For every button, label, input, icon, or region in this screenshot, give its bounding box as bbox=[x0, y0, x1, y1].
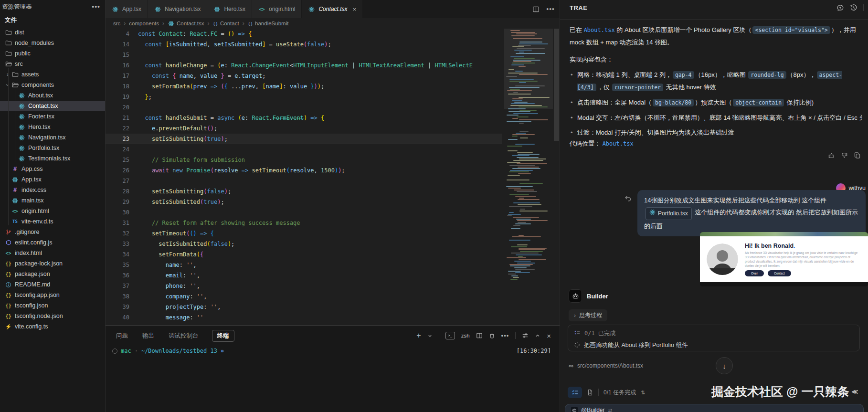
tree-item-origin-html[interactable]: <>origin.html bbox=[0, 206, 105, 216]
file-link[interactable]: About.tsx bbox=[584, 27, 615, 33]
tree-item-contact-tsx[interactable]: Contact.tsx bbox=[0, 101, 105, 111]
tree-item-portfolio-tsx[interactable]: Portfolio.tsx bbox=[0, 143, 105, 153]
tree-item-readme-md[interactable]: README.md bbox=[0, 279, 105, 290]
code-line-28[interactable]: 28 setIsSubmitting(false); bbox=[106, 186, 502, 197]
tab-navigation-tsx[interactable]: Navigation.tsx bbox=[148, 0, 207, 18]
split-editor-icon[interactable] bbox=[532, 6, 540, 13]
tree-item-hero-tsx[interactable]: Hero.tsx bbox=[0, 122, 105, 132]
code-location-link[interactable]: About.tsx bbox=[603, 140, 634, 147]
new-chat-icon[interactable] bbox=[836, 4, 844, 11]
file-chip[interactable]: Portfolio.tsx bbox=[646, 207, 692, 220]
new-file-icon[interactable] bbox=[587, 389, 593, 396]
chevron-down-icon[interactable] bbox=[427, 333, 433, 338]
code-line-4[interactable]: 4const Contact: React.FC = () => { bbox=[106, 29, 502, 39]
code-line-32[interactable]: 32 setTimeout(() => { bbox=[106, 228, 502, 239]
code-line-26[interactable]: 26 await new Promise(resolve => setTimeo… bbox=[106, 165, 502, 176]
code-line-29[interactable]: 29 setIsSubmitted(true); bbox=[106, 197, 502, 207]
attachment-button-contact[interactable]: Contact bbox=[768, 270, 791, 276]
code-line-36[interactable]: 36 email: '', bbox=[106, 270, 502, 281]
code-line-20[interactable]: 20 bbox=[106, 102, 502, 113]
task-list-button[interactable] bbox=[568, 387, 582, 398]
more-icon[interactable]: ••• bbox=[92, 3, 100, 11]
thumbs-up-icon[interactable] bbox=[828, 152, 835, 159]
panel-settings-icon[interactable] bbox=[522, 332, 529, 339]
chevron-right-icon[interactable]: › bbox=[5, 71, 10, 78]
code-line-27[interactable]: 27 bbox=[106, 176, 502, 186]
panel-tab-调试控制台[interactable]: 调试控制台 bbox=[168, 330, 200, 341]
tree-item-app-tsx[interactable]: App.tsx bbox=[0, 174, 105, 185]
tree-item-public[interactable]: public bbox=[0, 48, 105, 59]
expand-collapse-icon[interactable]: ⇅ bbox=[641, 390, 645, 396]
code-line-23[interactable]: 23 setIsSubmitting(true); bbox=[106, 134, 502, 144]
code-line-30[interactable]: 30 bbox=[106, 207, 502, 218]
tree-item-package-lock-json[interactable]: {}package-lock.json bbox=[0, 258, 105, 269]
scroll-to-bottom-button[interactable]: ↓ bbox=[716, 357, 733, 374]
new-terminal-icon[interactable]: + bbox=[416, 331, 421, 340]
shell-icon[interactable]: >_ bbox=[445, 332, 455, 339]
chevron-down-icon[interactable]: › bbox=[4, 83, 11, 87]
tree-item--gitignore[interactable]: .gitignore bbox=[0, 227, 105, 237]
code-line-37[interactable]: 37 phone: '', bbox=[106, 281, 502, 291]
tree-item-index-css[interactable]: #index.css bbox=[0, 185, 105, 195]
close-tab-icon[interactable]: × bbox=[352, 6, 356, 13]
attachment-button-over[interactable]: Over bbox=[745, 270, 764, 276]
tree-item-dist[interactable]: dist bbox=[0, 27, 105, 38]
tree-item-about-tsx[interactable]: About.tsx bbox=[0, 90, 105, 101]
tree-item-package-json[interactable]: {}package.json bbox=[0, 269, 105, 279]
breadcrumb-item-components[interactable]: components bbox=[129, 21, 159, 26]
breadcrumb-item-src[interactable]: src bbox=[113, 21, 120, 26]
code-editor[interactable]: 4const Contact: React.FC = () => {14 con… bbox=[106, 29, 502, 326]
tab-app-tsx[interactable]: App.tsx bbox=[106, 0, 148, 18]
tree-item-node-modules[interactable]: node_modules bbox=[0, 38, 105, 48]
switch-agent-icon[interactable]: ⇄ bbox=[608, 408, 612, 412]
minimap[interactable] bbox=[504, 29, 553, 296]
code-line-31[interactable]: 31 // Reset form after showing success m… bbox=[106, 218, 502, 228]
panel-tab-问题[interactable]: 问题 bbox=[115, 330, 129, 341]
copy-icon[interactable] bbox=[854, 152, 861, 159]
code-line-40[interactable]: 40 message: '' bbox=[106, 312, 502, 323]
code-line-34[interactable]: 34 setFormData({ bbox=[106, 249, 502, 260]
tree-item-eslint-config-js[interactable]: eslint.config.js bbox=[0, 237, 105, 248]
thumbs-down-icon[interactable] bbox=[841, 152, 848, 159]
code-line-24[interactable]: 24 bbox=[106, 144, 502, 155]
code-line-38[interactable]: 38 company: '', bbox=[106, 291, 502, 302]
code-line-15[interactable]: 15 bbox=[106, 50, 502, 60]
code-line-22[interactable]: 22 e.preventDefault(); bbox=[106, 123, 502, 134]
attached-image[interactable]: Hi! Ik ben Ronald. Als freelance 3D visu… bbox=[700, 232, 868, 286]
tree-item-main-tsx[interactable]: main.tsx bbox=[0, 195, 105, 206]
tree-item-app-css[interactable]: #App.css bbox=[0, 164, 105, 174]
breadcrumb-item-contact[interactable]: {}Contact bbox=[213, 21, 239, 26]
code-line-14[interactable]: 14 const [isSubmitted, setIsSubmitted] =… bbox=[106, 39, 502, 50]
code-line-33[interactable]: 33 setIsSubmitted(false); bbox=[106, 239, 502, 249]
panel-tab-输出[interactable]: 输出 bbox=[141, 330, 155, 341]
code-line-35[interactable]: 35 name: '', bbox=[106, 260, 502, 270]
todo-card[interactable]: 0/1 已完成 把画廊功能从 About 移到 Portfolio 组件 bbox=[568, 325, 860, 351]
more-actions-icon[interactable]: ••• bbox=[546, 5, 555, 13]
trash-icon[interactable] bbox=[489, 333, 495, 339]
more-icon[interactable]: ••• bbox=[501, 332, 509, 339]
code-line-21[interactable]: 21 const handleSubmit = async (e: React.… bbox=[106, 113, 502, 123]
tree-item-navigation-tsx[interactable]: Navigation.tsx bbox=[0, 132, 105, 143]
undo-icon[interactable] bbox=[624, 195, 632, 202]
chevron-up-icon[interactable] bbox=[535, 333, 540, 338]
tree-item-components[interactable]: ›components bbox=[0, 80, 105, 90]
tree-item-footer-tsx[interactable]: Footer.tsx bbox=[0, 111, 105, 122]
code-line-19[interactable]: 19 }; bbox=[106, 92, 502, 102]
workspace-section-label[interactable]: 文件 bbox=[0, 13, 105, 27]
code-line-16[interactable]: 16 const handleChange = (e: React.Change… bbox=[106, 60, 502, 71]
tree-item-tsconfig-app-json[interactable]: {}tsconfig.app.json bbox=[0, 290, 105, 300]
tree-item-index-html[interactable]: <>index.html bbox=[0, 248, 105, 258]
tree-item-vite-env-d-ts[interactable]: TSvite-env.d.ts bbox=[0, 216, 105, 227]
tab-contact-tsx[interactable]: Contact.tsx× bbox=[302, 0, 363, 18]
code-line-39[interactable]: 39 projectType: '', bbox=[106, 302, 502, 312]
code-line-18[interactable]: 18 setFormData(prev => ({ ...prev, [name… bbox=[106, 81, 502, 92]
code-line-17[interactable]: 17 const { name, value } = e.target; bbox=[106, 71, 502, 81]
breadcrumb-item-handlesubmit[interactable]: {}handleSubmit bbox=[248, 21, 289, 26]
chat-input-box[interactable]: @Builder ⇄ bbox=[565, 404, 864, 412]
tree-item-testimonials-tsx[interactable]: Testimonials.tsx bbox=[0, 153, 105, 164]
context-agent-label[interactable]: @Builder bbox=[581, 407, 605, 412]
breadcrumb-item-contact-tsx[interactable]: Contact.tsx bbox=[168, 20, 204, 27]
tree-item-assets[interactable]: ›assets bbox=[0, 69, 105, 80]
tree-item-tsconfig-json[interactable]: {}tsconfig.json bbox=[0, 300, 105, 311]
tab-hero-tsx[interactable]: Hero.tsx bbox=[207, 0, 252, 18]
